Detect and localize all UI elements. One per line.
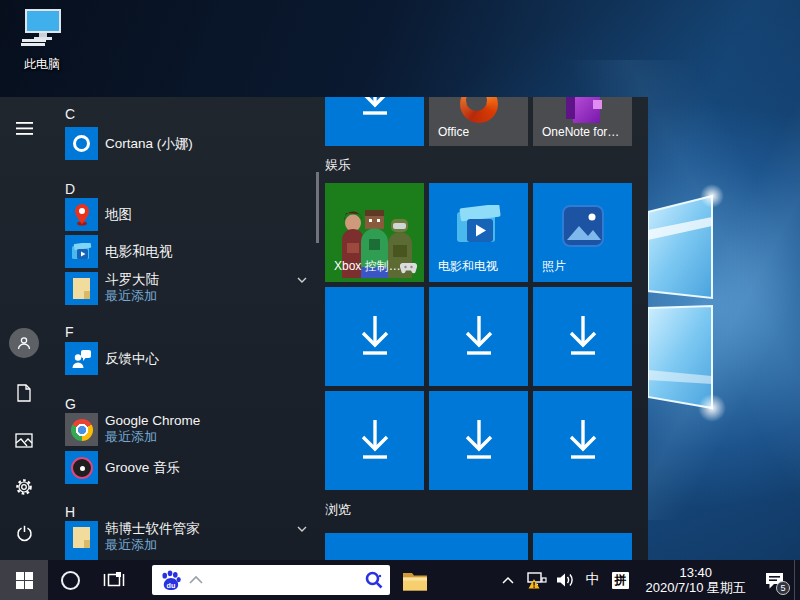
app-item-feedback-hub[interactable]: 反馈中心 [65,342,312,375]
tile-office[interactable]: Office [429,97,528,146]
app-list: C Cortana (小娜) D 地图 电影和电视 斗罗大陆 [48,97,320,560]
network-warning-icon [526,571,547,589]
recently-added-label: 最近添加 [105,536,157,553]
screen: 此电脑 [0,0,800,600]
start-menu-rail [0,97,48,560]
tile-area: Office OneNote for… 娱乐 [320,97,648,560]
photos-tile-icon [561,204,605,248]
recently-added-label: 最近添加 [105,428,157,445]
chevron-up-icon[interactable] [188,575,204,585]
download-arrow-icon [564,418,602,464]
task-view-icon [103,571,125,589]
section-header-browse[interactable]: 浏览 [325,501,351,519]
ime-language-label: 中 [580,571,606,589]
volume-button[interactable] [552,560,580,600]
tile-download-pending[interactable] [325,391,424,490]
windows-logo-wallpaper [640,170,735,425]
system-tray: 中 拼 13:40 2020/7/10 星期五 5 [494,560,800,600]
tile-download-pending[interactable] [533,287,632,386]
download-arrow-icon [356,97,394,120]
windows-logo-icon [16,572,33,589]
app-item-partial[interactable] [65,553,312,560]
tile-photos[interactable]: 照片 [533,183,632,282]
cortana-app-icon [65,127,98,160]
tile-download-pending[interactable] [325,97,424,146]
ime-mode-button[interactable]: 拼 [606,560,636,600]
power-button[interactable] [0,515,48,551]
app-item-groove-music[interactable]: Groove 音乐 [65,451,312,484]
folder-icon [65,272,98,305]
app-item-hanboshi[interactable]: 韩博士软件管家 最近添加 [65,521,312,554]
this-pc-icon [19,8,65,50]
tile-download-pending[interactable] [429,391,528,490]
movies-tv-tile-icon [456,205,502,247]
chrome-app-icon [65,413,98,446]
clock-date: 2020/7/10 星期五 [646,580,746,595]
settings-button[interactable] [0,469,48,505]
taskbar-search-box[interactable]: du [152,565,390,595]
feedback-hub-app-icon [65,342,98,375]
letter-header-c[interactable]: C [65,101,75,127]
cortana-icon [61,571,80,590]
tile-movies-tv[interactable]: 电影和电视 [429,183,528,282]
document-icon [16,384,32,402]
show-desktop-button[interactable] [794,560,800,600]
app-item-movies-tv[interactable]: 电影和电视 [65,235,312,268]
cortana-button[interactable] [48,560,92,600]
start-menu: C Cortana (小娜) D 地图 电影和电视 斗罗大陆 [0,97,648,560]
ime-mode-label: 拼 [612,572,629,589]
download-arrow-icon [460,314,498,360]
documents-button[interactable] [0,375,48,411]
hamburger-icon [16,122,33,135]
app-item-maps[interactable]: 地图 [65,198,312,231]
app-item-cortana[interactable]: Cortana (小娜) [65,127,312,160]
tile-download-pending[interactable] [429,287,528,386]
taskbar: du [0,560,800,600]
expand-menu-button[interactable] [0,110,48,146]
section-header-entertainment[interactable]: 娱乐 [325,156,351,174]
maps-app-icon [65,198,98,231]
folder-icon [65,521,98,554]
movies-tv-app-icon [65,235,98,268]
clock-time: 13:40 [646,565,746,580]
speaker-icon [556,572,575,588]
recently-added-label: 最近添加 [105,287,157,304]
file-explorer-icon [402,570,428,591]
desktop-icon-this-pc[interactable]: 此电脑 [14,8,70,73]
download-arrow-icon [564,314,602,360]
groove-app-icon [65,451,98,484]
app-list-scrollbar-thumb[interactable] [316,172,319,243]
file-explorer-button[interactable] [392,560,438,600]
user-icon [17,336,31,350]
folder-icon [65,553,98,560]
tile-download-pending[interactable] [325,287,424,386]
user-account-button[interactable] [0,325,48,361]
office-logo-icon [460,97,498,123]
baidu-paw-icon: du [159,569,182,592]
tile-browse[interactable] [533,533,632,560]
app-item-douluo[interactable]: 斗罗大陆 最近添加 [65,272,312,305]
onenote-logo-icon [566,97,600,123]
chevron-down-icon[interactable] [294,521,310,537]
tile-download-pending[interactable] [533,391,632,490]
start-button[interactable] [0,560,48,600]
tile-xbox-console[interactable]: Xbox 控制… [325,183,424,282]
chevron-up-icon [501,576,515,585]
baidu-search-icon[interactable] [364,570,384,590]
tile-browse-wide[interactable] [325,533,528,560]
user-avatar [9,328,39,358]
task-view-button[interactable] [92,560,136,600]
action-center-button[interactable]: 5 [754,560,794,600]
ime-language-button[interactable]: 中 [580,560,606,600]
game-controller-icon [400,263,417,274]
tile-onenote[interactable]: OneNote for… [533,97,632,146]
tray-overflow-button[interactable] [494,560,522,600]
taskbar-clock[interactable]: 13:40 2020/7/10 星期五 [636,565,754,595]
chevron-down-icon[interactable] [294,272,310,288]
pictures-button[interactable] [0,422,48,458]
download-arrow-icon [460,418,498,464]
download-arrow-icon [356,314,394,360]
download-arrow-icon [356,418,394,464]
network-status-button[interactable] [522,560,552,600]
app-item-google-chrome[interactable]: Google Chrome 最近添加 [65,413,312,446]
